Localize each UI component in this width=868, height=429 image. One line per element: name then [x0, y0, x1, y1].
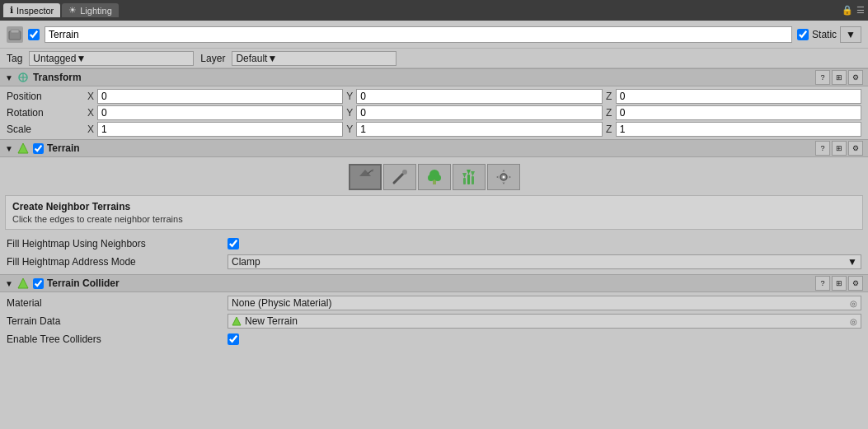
terrain-info-desc: Click the edges to create neighbor terra… [12, 214, 856, 224]
transform-pin-button[interactable]: ⊞ [832, 70, 847, 85]
lock-icon[interactable]: 🔒 [842, 5, 853, 16]
static-group: Static ▼ [797, 26, 861, 43]
position-y-item: Y [343, 89, 602, 104]
layer-chevron-icon: ▼ [267, 53, 277, 64]
transform-help-button[interactable]: ? [815, 70, 830, 85]
position-xyz: X Y Z [84, 89, 861, 104]
material-target-icon: ◎ [850, 299, 857, 308]
rotation-z-letter: Z [603, 107, 616, 119]
enable-tree-checkbox[interactable] [228, 333, 239, 345]
svg-marker-9 [372, 169, 373, 172]
inspector-tab-label: Inspector [16, 6, 54, 16]
terrain-collider-chevron-icon[interactable]: ▼ [5, 279, 13, 288]
static-checkbox[interactable] [797, 29, 809, 40]
svg-rect-18 [472, 176, 474, 184]
rotation-row: Rotation X Y Z [0, 105, 868, 121]
terrain-collider-help-button[interactable]: ? [815, 276, 830, 291]
terrain-data-value-box[interactable]: New Terrain ◎ [228, 314, 861, 329]
terrain-body: Create Neighbor Terrains Click the edges… [0, 157, 868, 274]
fill-heightmap-checkbox[interactable] [228, 238, 239, 249]
material-value-box[interactable]: None (Physic Material) ◎ [228, 296, 861, 310]
rotation-x-input[interactable] [97, 105, 343, 120]
svg-marker-24 [18, 278, 28, 288]
terrain-tool-create[interactable] [349, 164, 382, 190]
svg-marker-19 [462, 173, 467, 178]
terrain-data-label: Terrain Data [7, 315, 221, 327]
svg-line-8 [368, 170, 372, 174]
svg-point-14 [428, 175, 434, 181]
scale-z-letter: Z [603, 124, 616, 135]
terrain-info-title: Create Neighbor Terrains [12, 201, 856, 212]
transform-menu-button[interactable]: ⚙ [848, 70, 863, 85]
position-y-letter: Y [343, 91, 356, 102]
lighting-icon: ☀ [68, 5, 77, 16]
terrain-collider-section-header: ▼ Terrain Collider ? ⊞ ⚙ [0, 274, 868, 292]
svg-line-10 [394, 173, 404, 183]
svg-point-15 [434, 175, 441, 181]
terrain-data-icon [232, 316, 242, 326]
scale-x-input[interactable] [97, 122, 343, 137]
static-label: Static [812, 29, 837, 40]
position-z-input[interactable] [616, 89, 861, 104]
lighting-tab-label: Lighting [80, 6, 112, 16]
transform-chevron-icon[interactable]: ▼ [5, 73, 13, 82]
terrain-tool-paint[interactable] [383, 164, 416, 190]
scale-y-item: Y [343, 122, 602, 137]
rotation-z-input[interactable] [616, 105, 861, 120]
object-active-checkbox[interactable] [28, 29, 40, 40]
transform-icon [16, 71, 30, 84]
tab-icons: 🔒 ☰ [842, 5, 865, 16]
material-row: Material None (Physic Material) ◎ [0, 294, 868, 312]
fill-address-value: Clamp [232, 256, 260, 268]
terrain-pin-button[interactable]: ⊞ [832, 141, 847, 156]
fill-address-chevron-icon: ▼ [847, 256, 857, 268]
rotation-label: Rotation [7, 107, 81, 119]
svg-marker-5 [18, 143, 28, 153]
terrain-help-button[interactable]: ? [815, 141, 830, 156]
object-name-input[interactable] [45, 26, 792, 43]
scale-y-input[interactable] [356, 122, 602, 137]
layer-select[interactable]: Default ▼ [232, 51, 396, 66]
tag-chevron-icon: ▼ [76, 53, 86, 64]
tab-lighting[interactable]: ☀ Lighting [62, 3, 119, 17]
terrain-chevron-icon[interactable]: ▼ [5, 144, 13, 153]
terrain-section-header: ▼ Terrain ? ⊞ ⚙ [0, 139, 868, 157]
material-value: None (Physic Material) [232, 297, 331, 309]
scale-x-letter: X [84, 124, 97, 135]
rotation-y-input[interactable] [356, 105, 602, 120]
position-y-input[interactable] [356, 89, 602, 104]
svg-rect-6 [357, 176, 373, 184]
static-dropdown[interactable]: ▼ [840, 26, 861, 43]
terrain-title: Terrain [47, 142, 812, 154]
scale-z-input[interactable] [616, 122, 861, 137]
svg-point-11 [402, 170, 407, 175]
terrain-collider-section-buttons: ? ⊞ ⚙ [815, 276, 863, 291]
position-x-item: X [84, 89, 343, 104]
svg-marker-20 [467, 170, 471, 175]
transform-title: Transform [33, 72, 812, 83]
static-dropdown-arrow: ▼ [846, 29, 856, 40]
rotation-y-item: Y [343, 105, 602, 120]
terrain-tool-detail[interactable] [453, 164, 486, 190]
tab-inspector[interactable]: ℹ Inspector [3, 3, 60, 17]
svg-rect-17 [467, 175, 470, 184]
scale-row: Scale X Y Z [0, 121, 868, 138]
terrain-active-checkbox[interactable] [33, 143, 44, 154]
layer-label: Layer [200, 53, 225, 64]
fill-address-row: Fill Heightmap Address Mode Clamp ▼ [0, 253, 868, 271]
terrain-collider-pin-button[interactable]: ⊞ [832, 276, 847, 291]
svg-point-23 [502, 176, 504, 179]
tag-select[interactable]: Untagged ▼ [29, 51, 194, 66]
terrain-collider-title: Terrain Collider [47, 277, 812, 289]
svg-rect-1 [11, 30, 19, 33]
svg-marker-21 [471, 171, 475, 176]
terrain-collider-menu-button[interactable]: ⚙ [848, 276, 863, 291]
terrain-menu-button[interactable]: ⚙ [848, 141, 863, 156]
terrain-tool-trees[interactable] [418, 164, 451, 190]
terrain-tool-settings[interactable] [487, 164, 520, 190]
position-x-input[interactable] [97, 89, 343, 104]
fill-address-select[interactable]: Clamp ▼ [228, 254, 861, 269]
terrain-collider-active-checkbox[interactable] [33, 278, 44, 289]
menu-icon[interactable]: ☰ [856, 5, 865, 16]
layer-value: Default [236, 53, 267, 64]
